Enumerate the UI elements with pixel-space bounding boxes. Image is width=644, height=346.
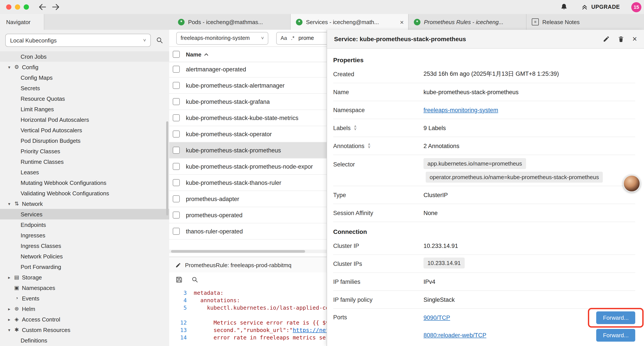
sidebar-item-pod-disruption-budgets[interactable]: Pod Disruption Budgets [0, 135, 169, 146]
close-tab-icon[interactable]: × [400, 19, 404, 25]
sidebar-item-label: Priority Classes [20, 148, 60, 154]
select-all-checkbox[interactable] [173, 51, 180, 58]
sidebar-controls: Local Kubeconfigs ˅ [0, 30, 169, 50]
sidebar-item-port-forwarding[interactable]: Port Forwarding [0, 262, 169, 272]
kubeconfig-selector[interactable]: Local Kubeconfigs ˅ [5, 34, 151, 47]
window-maximize-button[interactable] [24, 4, 29, 10]
close-panel-button[interactable]: × [632, 35, 637, 43]
row-checkbox[interactable] [173, 179, 180, 186]
sidebar-item-horizontal-pod-autoscalers[interactable]: Horizontal Pod Autoscalers [0, 114, 169, 125]
scrollbar-thumb[interactable] [171, 250, 305, 253]
sidebar-item-limit-ranges[interactable]: Limit Ranges [0, 104, 169, 114]
edit-resource-button[interactable] [603, 35, 610, 42]
sidebar-item-ingresses[interactable]: Ingresses [0, 230, 169, 240]
chevron-down-icon[interactable]: ▾ [6, 65, 13, 69]
floating-avatar[interactable] [623, 175, 640, 192]
expand-collapse-icon[interactable]: ˄˅ [368, 144, 370, 148]
tab-release-notes[interactable]: ≡Release Notes [526, 14, 644, 30]
row-checkbox[interactable] [173, 66, 180, 73]
port-link[interactable]: 9090/TCP [424, 314, 450, 321]
chevron-down-icon: ˅ [261, 35, 264, 41]
namespaces-icon: ▣ [13, 285, 20, 291]
property-row-cluster-ip: Cluster IP10.233.14.91 [333, 237, 635, 255]
code-text: second.","runbook_url":"https://net [194, 326, 329, 334]
upgrade-button[interactable]: UPGRADE [581, 4, 620, 10]
namespace-link[interactable]: freeleaps-monitoring-system [424, 107, 498, 113]
value-badge: operator.prometheus.io/name=kube-prometh… [426, 172, 603, 183]
navigator-header-tab[interactable]: Navigator [0, 14, 44, 30]
sidebar-item-definitions[interactable]: Definitions [0, 335, 169, 346]
match-case-toggle[interactable]: Aa [280, 35, 287, 41]
sidebar-item-helm[interactable]: ▸⊛Helm [0, 304, 169, 314]
annotation-highlight: Forward... [588, 308, 644, 327]
sidebar-item-label: Helm [22, 306, 35, 312]
property-row-ports: Ports9090/TCPForward...8080:reloader-web… [333, 309, 635, 344]
sidebar-item-cron-jobs[interactable]: Cron Jobs [0, 51, 169, 62]
tab-pods-icecheng-mathmas[interactable]: *Pods - icecheng@mathmas... [173, 14, 291, 30]
sidebar-item-leases[interactable]: Leases [0, 167, 169, 177]
tab-services-icecheng-math[interactable]: *Services - icecheng@math...× [291, 14, 408, 30]
sidebar-item-runtime-classes[interactable]: Runtime Classes [0, 156, 169, 167]
row-checkbox[interactable] [173, 228, 180, 235]
sidebar-item-secrets[interactable]: Secrets [0, 83, 169, 93]
port-link[interactable]: 8080:reloader-web/TCP [424, 332, 486, 338]
expand-collapse-icon[interactable]: ˄˅ [354, 126, 357, 130]
row-checkbox[interactable] [173, 163, 180, 170]
delete-resource-button[interactable] [618, 35, 624, 42]
sidebar-search-button[interactable] [155, 36, 164, 45]
sidebar-item-validating-webhook-configurations[interactable]: Validating Webhook Configurations [0, 188, 169, 198]
chevron-down-icon[interactable]: ▾ [6, 327, 13, 332]
sidebar-item-config[interactable]: ▾⚙Config [0, 62, 169, 72]
port-forward-button[interactable]: Forward... [596, 311, 635, 324]
section-heading-connection: Connection [333, 228, 635, 235]
history-back-button[interactable] [38, 4, 46, 10]
release-notes-icon: ≡ [532, 18, 539, 25]
sidebar-item-namespaces[interactable]: ▣Namespaces [0, 283, 169, 293]
sidebar-item-network[interactable]: ▾⇅Network [0, 198, 169, 209]
property-label: IP family policy [333, 296, 424, 303]
sidebar-scrollbar[interactable] [166, 121, 168, 216]
window-minimize-button[interactable] [15, 4, 20, 10]
regex-toggle[interactable]: .* [291, 35, 294, 41]
dock-tab-prometheusrule[interactable]: PrometheusRule: freeleaps-prod-rabbitmq [169, 257, 332, 273]
code-text: kubectl.kubernetes.io/last-applied-co [194, 304, 329, 311]
row-checkbox[interactable] [173, 114, 180, 121]
port-forward-button[interactable]: Forward... [596, 329, 635, 342]
tab-prometheus-rules-icecheng[interactable]: *Prometheus Rules - icecheng... [408, 14, 526, 30]
sidebar-item-priority-classes[interactable]: Priority Classes [0, 146, 169, 156]
service-name: kube-prometheus-stack-prometheus [186, 147, 281, 153]
row-checkbox[interactable] [173, 212, 180, 219]
sidebar-item-vertical-pod-autoscalers[interactable]: Vertical Pod Autoscalers [0, 125, 169, 135]
notification-count-badge[interactable]: 15 [631, 2, 641, 12]
namespace-filter[interactable]: freeleaps-monitoring-system ˅ [176, 32, 268, 44]
sidebar-item-mutating-webhook-configurations[interactable]: Mutating Webhook Configurations [0, 177, 169, 188]
column-header-name[interactable]: Name [186, 51, 209, 58]
sidebar-item-access-control[interactable]: ▸◈Access Control [0, 314, 169, 325]
row-checkbox[interactable] [173, 147, 180, 154]
sidebar-item-storage[interactable]: ▸▤Storage [0, 272, 169, 283]
sidebar-item-events[interactable]: ◔Events [0, 293, 169, 304]
chevron-right-icon[interactable]: ▸ [6, 275, 13, 280]
notifications-bell-button[interactable] [560, 3, 568, 11]
sidebar-item-services[interactable]: Services [0, 209, 169, 219]
table-horizontal-scrollbar[interactable] [169, 250, 326, 253]
sidebar-item-network-policies[interactable]: Network Policies [0, 251, 169, 262]
chevron-down-icon[interactable]: ▾ [6, 201, 13, 206]
chevron-right-icon[interactable]: ▸ [6, 317, 13, 322]
row-checkbox[interactable] [173, 195, 180, 202]
row-checkbox[interactable] [173, 82, 180, 89]
sidebar-item-custom-resources[interactable]: ▾✱Custom Resources [0, 325, 169, 335]
config-icon: ⚙ [13, 64, 20, 70]
sidebar-item-endpoints[interactable]: Endpoints [0, 219, 169, 230]
row-checkbox[interactable] [173, 130, 180, 137]
window-close-button[interactable] [6, 4, 12, 10]
row-checkbox[interactable] [173, 98, 180, 105]
sidebar-item-resource-quotas[interactable]: Resource Quotas [0, 93, 169, 104]
save-button[interactable] [174, 275, 184, 284]
sidebar-item-ingress-classes[interactable]: Ingress Classes [0, 240, 169, 251]
history-forward-button[interactable] [52, 4, 60, 10]
service-name: kube-prometheus-stack-prometheus-node-ex… [186, 163, 313, 170]
chevron-right-icon[interactable]: ▸ [6, 306, 13, 311]
sidebar-item-config-maps[interactable]: Config Maps [0, 72, 169, 83]
editor-search-button[interactable] [191, 275, 199, 284]
